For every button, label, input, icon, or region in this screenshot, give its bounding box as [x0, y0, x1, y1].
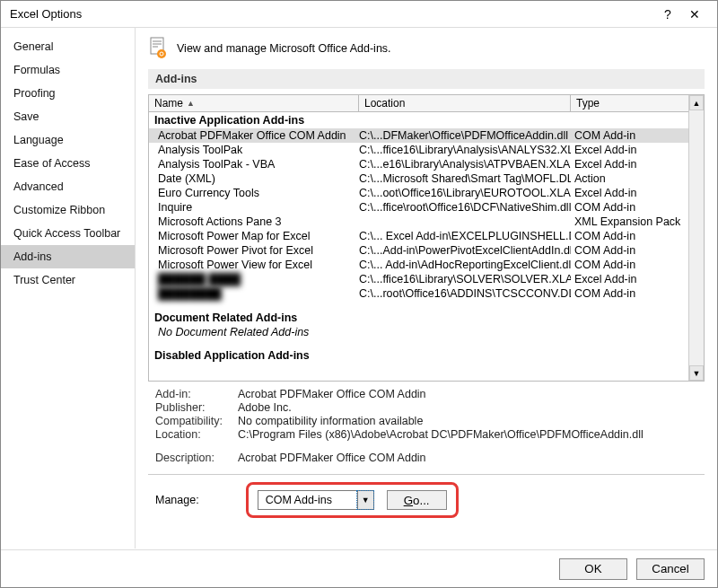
scroll-down-icon[interactable]: ▼ — [689, 365, 704, 381]
addin-name: Microsoft Power Pivot for Excel — [149, 244, 359, 257]
addin-name: Acrobat PDFMaker Office COM Addin — [149, 129, 359, 142]
chevron-down-icon[interactable]: ▼ — [357, 491, 373, 509]
addin-location: C:\...DFMaker\Office\PDFMOfficeAddin.dll — [359, 129, 571, 142]
addin-type: Excel Add-in — [571, 144, 688, 156]
addin-row[interactable]: Date (XML)C:\...Microsoft Shared\Smart T… — [149, 171, 688, 186]
sidebar-item-trust-center[interactable]: Trust Center — [1, 268, 135, 292]
detail-desc-label: Description: — [155, 452, 238, 464]
annotation-highlight: COM Add-ins ▼ Go... — [246, 482, 459, 518]
addin-type: COM Add-in — [571, 244, 688, 257]
addin-type: Excel Add-in — [571, 273, 688, 285]
addin-location: C:\... Add-in\AdHocReportingExcelClient.… — [359, 259, 571, 271]
addin-row[interactable]: Microsoft Power View for ExcelC:\... Add… — [149, 258, 688, 272]
addin-name: Date (XML) — [149, 172, 359, 185]
addin-location: C:\...Add-in\PowerPivotExcelClientAddIn.… — [359, 244, 571, 257]
addin-name: Microsoft Power View for Excel — [149, 259, 359, 271]
ok-button[interactable]: OK — [559, 558, 627, 580]
section-title: Add-ins — [148, 69, 705, 89]
svg-point-1 — [157, 49, 166, 58]
addin-location: C:\...ffice16\Library\SOLVER\SOLVER.XLAM — [359, 273, 571, 285]
sidebar-item-save[interactable]: Save — [1, 105, 135, 128]
addins-icon — [148, 37, 168, 60]
addin-location: C:\... Excel Add-in\EXCELPLUGINSHELL.DLL — [359, 230, 571, 242]
group-header: Disabled Application Add-ins — [149, 347, 688, 364]
detail-compat-value: No compatibility information available — [238, 415, 705, 427]
sidebar-item-customize-ribbon[interactable]: Customize Ribbon — [1, 198, 135, 222]
addin-row[interactable]: Microsoft Actions Pane 3XML Expansion Pa… — [149, 215, 688, 229]
go-button[interactable]: Go... — [387, 490, 447, 510]
addin-location: C:\...e16\Library\Analysis\ATPVBAEN.XLAM — [359, 158, 571, 171]
addin-row[interactable]: ████████C:\...root\Office16\ADDINS\TCSCC… — [149, 286, 688, 301]
divider — [148, 474, 705, 475]
column-header-name[interactable]: Name▲ — [149, 95, 359, 111]
manage-label: Manage: — [155, 494, 199, 506]
sidebar: GeneralFormulasProofingSaveLanguageEase … — [1, 28, 136, 549]
addin-details: Add-in:Acrobat PDFMaker Office COM Addin… — [148, 387, 705, 465]
addin-type: Action — [571, 172, 688, 185]
addin-row[interactable]: Euro Currency ToolsC:\...oot\Office16\Li… — [149, 186, 688, 200]
addin-location: C:\...root\Office16\ADDINS\TCSCCONV.DLL — [359, 287, 571, 300]
addin-name: ████████ — [149, 287, 359, 300]
sidebar-item-formulas[interactable]: Formulas — [1, 58, 135, 82]
sidebar-item-general[interactable]: General — [1, 35, 135, 58]
addin-row[interactable]: Analysis ToolPakC:\...ffice16\Library\An… — [149, 143, 688, 157]
titlebar: Excel Options ? ✕ — [1, 1, 717, 28]
addin-type: XML Expansion Pack — [571, 215, 688, 228]
addin-location: C:\...ffice16\Library\Analysis\ANALYS32.… — [359, 144, 571, 156]
addin-type: COM Add-in — [571, 287, 688, 300]
sidebar-item-ease-of-access[interactable]: Ease of Access — [1, 152, 135, 175]
addin-location: C:\...Microsoft Shared\Smart Tag\MOFL.DL… — [359, 172, 571, 185]
detail-addin-value: Acrobat PDFMaker Office COM Addin — [238, 388, 705, 400]
addin-location — [359, 215, 571, 228]
scrollbar[interactable]: ▲ ▼ — [688, 95, 704, 381]
sidebar-item-proofing[interactable]: Proofing — [1, 82, 135, 105]
sidebar-item-quick-access-toolbar[interactable]: Quick Access Toolbar — [1, 222, 135, 245]
detail-publisher-label: Publisher: — [155, 401, 238, 414]
addin-type: Excel Add-in — [571, 158, 688, 171]
addin-type: Excel Add-in — [571, 187, 688, 199]
detail-publisher-value: Adobe Inc. — [238, 401, 705, 414]
addin-row[interactable]: ██████ ████C:\...ffice16\Library\SOLVER\… — [149, 272, 688, 286]
group-header: No Document Related Add-ins — [149, 326, 688, 338]
addin-name: ██████ ████ — [149, 273, 359, 285]
detail-location-label: Location: — [155, 428, 238, 441]
detail-compat-label: Compatibility: — [155, 415, 238, 427]
addin-row[interactable]: Microsoft Power Map for ExcelC:\... Exce… — [149, 229, 688, 243]
addin-type: COM Add-in — [571, 230, 688, 242]
window-title: Excel Options — [10, 7, 654, 21]
cancel-button[interactable]: Cancel — [636, 558, 705, 580]
addin-type: COM Add-in — [571, 129, 688, 142]
column-header-location[interactable]: Location — [359, 95, 571, 111]
addin-row[interactable]: Microsoft Power Pivot for ExcelC:\...Add… — [149, 243, 688, 258]
addin-row[interactable]: Acrobat PDFMaker Office COM AddinC:\...D… — [149, 128, 688, 143]
addin-row[interactable]: Analysis ToolPak - VBAC:\...e16\Library\… — [149, 157, 688, 171]
addin-name: Analysis ToolPak — [149, 144, 359, 156]
help-icon[interactable]: ? — [654, 7, 681, 22]
addin-name: Inquire — [149, 201, 359, 214]
addin-location: C:\...ffice\root\Office16\DCF\NativeShim… — [359, 201, 571, 214]
close-icon[interactable]: ✕ — [681, 7, 708, 22]
addin-type: COM Add-in — [571, 259, 688, 271]
detail-desc-value: Acrobat PDFMaker Office COM Addin — [238, 452, 705, 464]
manage-dropdown[interactable]: COM Add-ins ▼ — [258, 490, 374, 510]
manage-selected: COM Add-ins — [258, 494, 357, 506]
group-header: Document Related Add-ins — [149, 310, 688, 326]
detail-addin-label: Add-in: — [155, 388, 238, 400]
addin-name: Euro Currency Tools — [149, 187, 359, 199]
addin-name: Analysis ToolPak - VBA — [149, 158, 359, 171]
sidebar-item-add-ins[interactable]: Add-ins — [1, 245, 135, 268]
scroll-up-icon[interactable]: ▲ — [689, 95, 704, 110]
group-header: Inactive Application Add-ins — [149, 112, 688, 128]
page-heading: View and manage Microsoft Office Add-ins… — [177, 42, 391, 55]
sidebar-item-language[interactable]: Language — [1, 128, 135, 152]
addin-name: Microsoft Power Map for Excel — [149, 230, 359, 242]
detail-location-value: C:\Program Files (x86)\Adobe\Acrobat DC\… — [238, 428, 705, 441]
sort-asc-icon: ▲ — [187, 99, 195, 108]
addin-location: C:\...oot\Office16\Library\EUROTOOL.XLAM — [359, 187, 571, 199]
column-header-type[interactable]: Type — [571, 95, 688, 111]
sidebar-item-advanced[interactable]: Advanced — [1, 175, 135, 198]
go-text: o... — [413, 494, 430, 507]
addins-list: Name▲ Location Type Inactive Application… — [148, 94, 705, 382]
addin-row[interactable]: InquireC:\...ffice\root\Office16\DCF\Nat… — [149, 200, 688, 215]
footer: OK Cancel — [1, 549, 717, 587]
